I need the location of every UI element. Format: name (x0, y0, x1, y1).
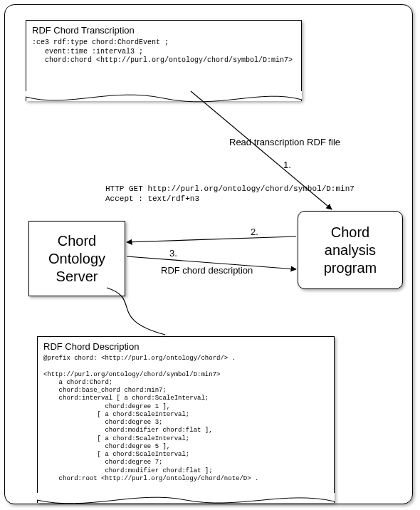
box-chord-analysis-program-label: Chord analysis program (324, 224, 377, 277)
note-rdf-transcription-title: RDF Chord Transcription (32, 25, 295, 36)
note-rdf-description-title: RDF Chord Description (43, 341, 328, 352)
note-tear-edge (37, 493, 335, 510)
label-step-1: 1. (283, 160, 291, 170)
box-chord-ontology-server: Chord Ontology Server (28, 221, 125, 296)
label-step-3: 3. (169, 248, 177, 259)
label-http-get: HTTP GET http://purl.org/ontology/chord/… (105, 184, 355, 204)
note-rdf-description-body: @prefix chord: <http://purl.org/ontology… (43, 355, 328, 483)
note-rdf-transcription: RDF Chord Transcription :ce3 rdf:type ch… (26, 20, 302, 101)
note-rdf-transcription-body: :ce3 rdf:type chord:ChordEvent ; event:t… (32, 38, 295, 66)
box-chord-ontology-server-label: Chord Ontology Server (48, 232, 105, 286)
box-chord-analysis-program: Chord analysis program (298, 211, 403, 289)
note-rdf-description: RDF Chord Description @prefix chord: <ht… (37, 336, 335, 503)
label-read-transcription: Read transcription RDF file (229, 137, 340, 147)
label-rdf-description: RDF chord description (161, 265, 253, 276)
diagram-canvas: RDF Chord Transcription :ce3 rdf:type ch… (0, 0, 420, 510)
label-step-2: 2. (251, 227, 258, 237)
